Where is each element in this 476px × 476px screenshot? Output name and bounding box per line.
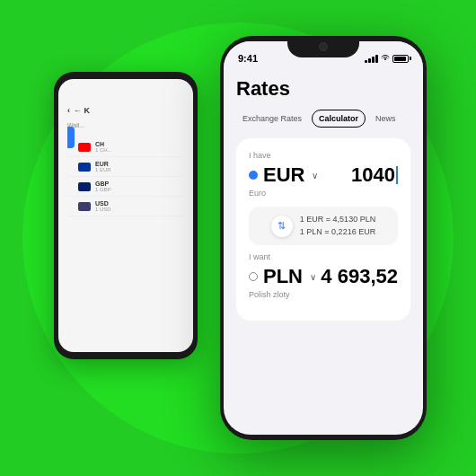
usd-info: USD 1 USD <box>95 200 111 212</box>
main-phone: 9:41 <box>220 36 427 440</box>
want-currency-selector[interactable]: PLN ∨ <box>249 265 316 288</box>
want-currency-row: PLN ∨ 4 693,52 <box>249 265 398 288</box>
page-title: Rates <box>236 77 410 101</box>
text-cursor <box>396 166 398 184</box>
rate-line-2: 1 PLN = 0,2216 EUR <box>300 227 375 236</box>
tab-exchange-rates[interactable]: Exchange Rates <box>236 110 308 127</box>
bg-back-icon: ‹ <box>67 106 70 115</box>
tab-news[interactable]: News <box>369 110 402 127</box>
tabs-container: Exchange Rates Calculator News Commentar… <box>236 110 410 128</box>
chf-flag <box>78 143 91 152</box>
have-currency-selector[interactable]: EUR ∨ <box>249 163 318 187</box>
chf-sub: 1 CH... <box>95 147 112 153</box>
want-currency-name: Polish zloty <box>249 290 398 299</box>
want-currency-dot <box>249 272 258 281</box>
app-content: Rates Exchange Rates Calculator News Com… <box>224 70 423 321</box>
have-currency-row: EUR ∨ 1040 <box>249 163 398 187</box>
signal-bar-1 <box>365 60 367 63</box>
want-amount: 4 693,52 <box>321 265 398 288</box>
signal-bar-4 <box>375 55 378 63</box>
usd-code: USD <box>95 200 111 207</box>
wifi-icon <box>381 54 390 63</box>
want-chevron-icon: ∨ <box>310 272 316 282</box>
want-currency-code: PLN <box>263 265 303 288</box>
background-phone-screen: ‹ ← K Wall... CH 1 CH... <box>58 79 193 352</box>
signal-bar-2 <box>368 58 371 63</box>
signal-bars <box>365 55 378 63</box>
chf-code: CH <box>95 141 112 147</box>
have-currency-dot <box>249 171 258 180</box>
have-currency-code: EUR <box>263 163 304 187</box>
want-section: I want PLN ∨ 4 693,52 Polish zloty <box>249 252 398 299</box>
eur-code: EUR <box>95 161 111 167</box>
background-phone: ‹ ← K Wall... CH 1 CH... <box>54 72 198 359</box>
rate-line-1: 1 EUR = 4,5130 PLN <box>300 215 375 224</box>
bg-currency-gbp: GBP 1 GBP <box>67 177 184 197</box>
usd-sub: 1 USD <box>95 207 111 212</box>
calculator-card: I have EUR ∨ 1040 Euro <box>236 138 410 321</box>
swap-button[interactable]: ⇅ <box>271 216 293 237</box>
want-label: I want <box>249 252 398 261</box>
signal-bar-3 <box>372 57 375 63</box>
status-time: 9:41 <box>238 53 258 64</box>
battery-icon <box>392 55 409 63</box>
status-icons <box>365 54 409 63</box>
bg-phone-header: ‹ ← K <box>67 106 184 115</box>
bg-currency-eur: EUR 1 EUR <box>67 157 184 177</box>
notch-camera <box>319 42 328 51</box>
have-amount-container[interactable]: 1040 <box>351 163 398 187</box>
rate-text: 1 EUR = 4,5130 PLN 1 PLN = 0,2216 EUR <box>300 214 375 238</box>
usd-flag <box>78 202 91 211</box>
gbp-flag <box>78 182 91 191</box>
main-phone-screen: 9:41 <box>224 41 423 435</box>
chf-info: CH 1 CH... <box>95 141 112 153</box>
blue-active-indicator <box>67 127 75 148</box>
have-currency-name: Euro <box>249 189 398 198</box>
scene: ‹ ← K Wall... CH 1 CH... <box>0 0 476 476</box>
have-label: I have <box>249 151 398 160</box>
eur-info: EUR 1 EUR <box>95 161 111 172</box>
bg-currency-usd: USD 1 USD <box>67 197 184 216</box>
swap-arrows-icon: ⇅ <box>278 220 286 232</box>
gbp-sub: 1 GBP <box>95 187 111 192</box>
gbp-info: GBP 1 GBP <box>95 181 111 192</box>
bg-phone-content: ‹ ← K Wall... CH 1 CH... <box>58 79 193 225</box>
phone-notch <box>287 36 359 57</box>
eur-sub: 1 EUR <box>95 167 111 172</box>
tab-calculator[interactable]: Calculator <box>312 110 366 128</box>
eur-flag <box>78 163 91 172</box>
bg-currency-chf: CH 1 CH... <box>67 137 184 157</box>
exchange-rate-box: ⇅ 1 EUR = 4,5130 PLN 1 PLN = 0,2216 EUR <box>249 207 398 245</box>
battery-fill <box>394 57 406 61</box>
bg-wallet-label: Wall... <box>67 122 184 128</box>
gbp-code: GBP <box>95 181 111 187</box>
have-amount: 1040 <box>351 163 395 187</box>
have-chevron-icon: ∨ <box>312 171 318 181</box>
bg-header-text: ← K <box>74 106 90 115</box>
tab-commentaries[interactable]: Commentaries <box>406 110 410 127</box>
